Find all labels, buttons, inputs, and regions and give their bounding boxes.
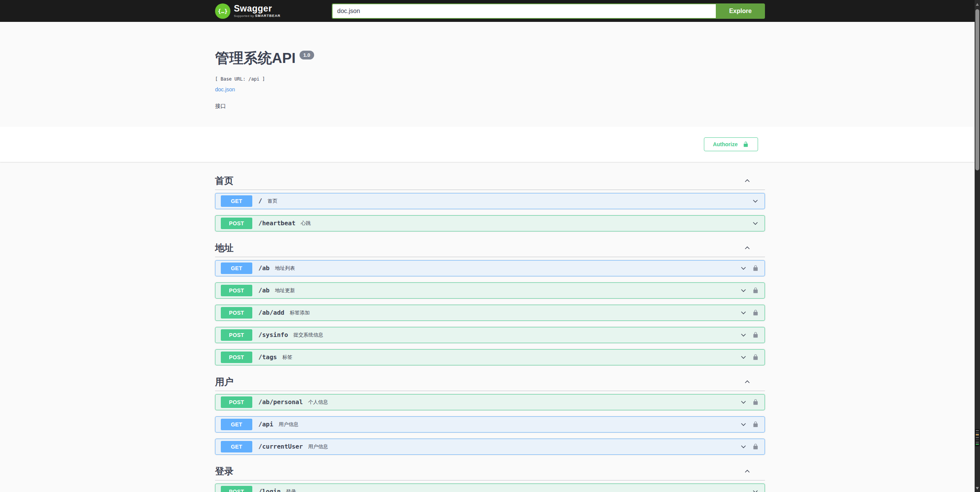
operation-summary: 首页 xyxy=(268,198,278,205)
operation-path: /heartbeat xyxy=(258,220,295,227)
chevron-down-icon[interactable] xyxy=(740,443,747,451)
chevron-down-icon[interactable] xyxy=(740,353,747,361)
scroll-position-marker xyxy=(975,429,980,446)
lock-icon[interactable] xyxy=(752,421,759,428)
method-badge: POST xyxy=(221,486,252,492)
operation-path: /sysinfo xyxy=(258,331,288,338)
version-badge: 1.0 xyxy=(300,51,314,60)
section-header[interactable]: 地址 xyxy=(215,238,765,257)
lock-icon[interactable] xyxy=(752,331,759,338)
operation-summary: 个人信息 xyxy=(308,399,328,406)
operation-path: /currentUser xyxy=(258,443,303,450)
page-title: 管理系统API 1.0 xyxy=(215,50,765,67)
authorize-button[interactable]: Authorize xyxy=(704,137,758,151)
spec-url-form: Explore xyxy=(332,3,765,19)
chevron-down-icon[interactable] xyxy=(752,197,759,205)
chevron-down-icon[interactable] xyxy=(752,488,759,492)
chevron-down-icon[interactable] xyxy=(740,421,747,428)
operation-row[interactable]: POST /heartbeat 心跳 xyxy=(215,215,765,231)
section-header[interactable]: 登录 xyxy=(215,461,765,480)
api-section: 用户 POST /ab/personal 个人信息 GET /api 用户信息 xyxy=(215,371,765,455)
section-header[interactable]: 首页 xyxy=(215,170,765,190)
lock-icon[interactable] xyxy=(752,287,759,294)
api-info-section: 管理系统API 1.0 [ Base URL: /api ] doc.json … xyxy=(0,22,980,127)
chevron-up-icon[interactable] xyxy=(743,378,751,386)
section-header[interactable]: 用户 xyxy=(215,371,765,391)
method-badge: GET xyxy=(221,441,252,452)
method-badge: POST xyxy=(221,307,252,319)
scroll-marker-green xyxy=(976,444,979,445)
scroll-up-icon[interactable] xyxy=(976,3,979,6)
operation-row[interactable]: GET / 首页 xyxy=(215,193,765,209)
operation-path: /tags xyxy=(258,353,277,361)
api-description: 接口 xyxy=(215,103,765,110)
lock-icon[interactable] xyxy=(752,309,759,316)
operation-summary: 心跳 xyxy=(301,220,311,227)
section-title: 用户 xyxy=(215,376,233,388)
chevron-down-icon[interactable] xyxy=(740,309,747,317)
method-badge: GET xyxy=(221,419,252,430)
operation-path: /ab/personal xyxy=(258,398,303,406)
brand-name: Swagger xyxy=(234,4,281,13)
operation-path: / xyxy=(258,197,262,205)
scroll-down-icon[interactable] xyxy=(976,487,979,490)
api-sections: 首页 GET / 首页 POST /heartbeat 心跳 xyxy=(215,162,765,492)
swagger-logo-icon: {…} xyxy=(215,3,230,19)
operation-summary: 提交系统信息 xyxy=(293,332,323,338)
api-title-text: 管理系统API xyxy=(215,50,296,67)
operation-path: /ab/add xyxy=(258,309,284,316)
operation-path: /ab xyxy=(258,287,270,294)
method-badge: POST xyxy=(221,396,252,408)
operation-row[interactable]: GET /api 用户信息 xyxy=(215,416,765,433)
operation-row[interactable]: POST /ab 地址更新 xyxy=(215,282,765,299)
operation-row[interactable]: POST /ab/add 标签添加 xyxy=(215,305,765,321)
operation-path: /login xyxy=(258,488,281,492)
chevron-down-icon[interactable] xyxy=(740,287,747,294)
section-title: 地址 xyxy=(215,242,233,254)
api-section: 地址 GET /ab 地址列表 POST /ab 地址更新 xyxy=(215,238,765,365)
operation-summary: 用户信息 xyxy=(308,443,328,450)
lock-icon[interactable] xyxy=(752,443,759,450)
scrollbar-thumb[interactable] xyxy=(975,9,979,170)
operation-row[interactable]: POST /sysinfo 提交系统信息 xyxy=(215,327,765,343)
chevron-down-icon[interactable] xyxy=(752,220,759,227)
method-badge: POST xyxy=(221,329,252,341)
unlock-icon xyxy=(742,141,749,148)
method-badge: GET xyxy=(221,195,252,207)
method-badge: POST xyxy=(221,285,252,296)
scroll-marker-orange xyxy=(976,434,979,435)
operation-summary: 地址更新 xyxy=(275,287,295,294)
operation-row[interactable]: POST /tags 标签 xyxy=(215,349,765,365)
chevron-down-icon[interactable] xyxy=(740,398,747,406)
chevron-down-icon[interactable] xyxy=(740,331,747,339)
topbar: {…} Swagger Supported by SMARTBEAR Explo… xyxy=(0,0,980,22)
explore-button[interactable]: Explore xyxy=(716,3,765,19)
lock-icon[interactable] xyxy=(752,264,759,272)
lock-icon[interactable] xyxy=(752,353,759,361)
lock-icon[interactable] xyxy=(752,398,759,406)
operation-summary: 登录 xyxy=(286,488,296,492)
scrollbar-track[interactable] xyxy=(975,0,980,492)
chevron-up-icon[interactable] xyxy=(743,467,751,475)
swagger-ui-page: { "topbar": { "logo_text": "Swagger", "t… xyxy=(0,0,980,492)
operation-row[interactable]: GET /currentUser 用户信息 xyxy=(215,439,765,455)
chevron-up-icon[interactable] xyxy=(743,244,751,252)
api-section: 首页 GET / 首页 POST /heartbeat 心跳 xyxy=(215,170,765,231)
chevron-up-icon[interactable] xyxy=(743,177,751,185)
scheme-container: Authorize xyxy=(0,127,980,162)
chevron-down-icon[interactable] xyxy=(740,264,747,272)
operation-summary: 地址列表 xyxy=(275,265,295,272)
authorize-label: Authorize xyxy=(713,141,738,147)
section-title: 首页 xyxy=(215,175,233,187)
operation-path: /ab xyxy=(258,264,270,272)
operation-row[interactable]: POST /ab/personal 个人信息 xyxy=(215,394,765,410)
spec-url-input[interactable] xyxy=(332,3,716,19)
operation-summary: 标签添加 xyxy=(290,309,310,316)
swagger-brand: {…} Swagger Supported by SMARTBEAR xyxy=(215,3,281,19)
operation-row[interactable]: POST /login 登录 xyxy=(215,484,765,492)
operation-row[interactable]: GET /ab 地址列表 xyxy=(215,260,765,276)
section-title: 登录 xyxy=(215,466,233,477)
spec-json-link[interactable]: doc.json xyxy=(215,86,235,92)
scroll-marker-lines xyxy=(976,430,979,445)
operation-path: /api xyxy=(258,421,273,428)
